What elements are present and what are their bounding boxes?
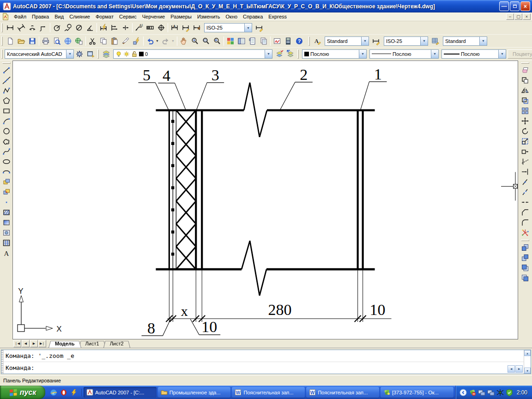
scroll-down-icon[interactable]: ▼ <box>524 368 531 374</box>
toolbar-grip[interactable] <box>521 62 529 64</box>
toolbar-grip[interactable] <box>297 49 299 59</box>
mirror-button[interactable] <box>520 85 531 96</box>
text-style-button[interactable]: A <box>312 36 323 46</box>
menu-7[interactable]: Черчение <box>139 13 168 20</box>
tool-palettes-button[interactable] <box>247 36 258 46</box>
jogged-dimension-button[interactable] <box>62 23 73 33</box>
chevron-down-icon[interactable]: ▼ <box>265 50 272 58</box>
toolbar-grip[interactable] <box>97 49 99 59</box>
ellipse-arc-button[interactable] <box>1 167 12 177</box>
copy-objects-button[interactable] <box>520 75 531 85</box>
draworder-above-button[interactable] <box>520 263 531 273</box>
tab-last-button[interactable]: ▶❘ <box>38 340 46 347</box>
tab-Лист1[interactable]: Лист1 <box>79 340 106 348</box>
chevron-down-icon[interactable]: ▼ <box>359 50 366 58</box>
chevron-down-icon[interactable]: ▼ <box>244 24 252 32</box>
layer-thaw-sun-icon[interactable] <box>123 51 130 57</box>
break-button[interactable] <box>520 187 531 197</box>
rectangle-button[interactable] <box>1 106 12 116</box>
center-mark-button[interactable] <box>156 23 167 33</box>
quickcalc-button[interactable] <box>283 36 294 46</box>
offset-button[interactable] <box>520 96 531 106</box>
command-prompt-line[interactable]: Команда: <box>4 362 524 374</box>
revision-cloud-button[interactable] <box>1 136 12 146</box>
array-button[interactable] <box>520 106 531 116</box>
open-button[interactable] <box>16 36 27 46</box>
fillet-button[interactable] <box>520 218 531 228</box>
sheet-set-manager-button[interactable] <box>258 36 269 46</box>
close-button[interactable]: × <box>520 1 530 11</box>
tab-Лист2[interactable]: Лист2 <box>103 340 130 348</box>
join-button[interactable] <box>520 197 531 207</box>
menu-4[interactable]: Слияние <box>66 13 93 20</box>
chevron-down-icon[interactable]: ▼ <box>498 50 506 58</box>
scroll-right-icon[interactable]: ▶ <box>515 365 523 373</box>
chevron-down-icon[interactable]: ▼ <box>361 37 369 45</box>
zoom-previous-button[interactable] <box>212 36 223 46</box>
line-button[interactable] <box>1 65 12 75</box>
menu-1[interactable]: Файл <box>11 13 29 20</box>
explode-button[interactable] <box>520 228 531 238</box>
draworder-back-button[interactable] <box>520 253 531 263</box>
menu-12[interactable]: Express <box>266 13 290 20</box>
menu-6[interactable]: Сервис <box>116 13 139 20</box>
tab-Модель[interactable]: Модель <box>48 340 81 348</box>
toolbar-grip[interactable] <box>521 240 529 241</box>
insert-block-button[interactable] <box>1 177 12 187</box>
start-button[interactable]: пуск <box>0 386 45 399</box>
draworder-under-button[interactable] <box>520 273 531 283</box>
menu-2[interactable]: Правка <box>29 13 52 20</box>
spider-agent-icon[interactable] <box>496 389 504 396</box>
taskbar-button-4[interactable]: WПояснительная зап... <box>306 387 379 398</box>
workspace-combo[interactable]: Классический AutoCAD ▼ <box>5 49 74 59</box>
copy-button[interactable] <box>98 36 109 46</box>
chamfer-button[interactable] <box>520 207 531 218</box>
toolbar-grip[interactable] <box>1 49 3 59</box>
chevron-down-icon[interactable]: ▼ <box>431 50 438 58</box>
region-button[interactable] <box>1 228 12 238</box>
ordinate-dimension-button[interactable] <box>38 23 49 33</box>
properties-button[interactable] <box>225 36 236 46</box>
mdi-minimize-button[interactable]: – <box>506 13 514 20</box>
layer-unlock-icon[interactable] <box>131 51 138 57</box>
aligned-dimension-button[interactable] <box>16 23 27 33</box>
icq-offline-icon[interactable] <box>469 389 476 396</box>
taskbar-button-3[interactable]: WПояснительная зап... <box>232 387 305 398</box>
arc-button[interactable] <box>1 116 12 126</box>
block-editor-button[interactable] <box>131 36 142 46</box>
radius-dimension-button[interactable] <box>51 23 62 33</box>
download-master-icon[interactable] <box>70 389 78 396</box>
minimize-button[interactable]: — <box>499 1 509 11</box>
clock[interactable]: 2:00 <box>517 389 527 396</box>
circle-button[interactable] <box>1 126 12 136</box>
workspace-settings-button[interactable] <box>74 48 85 59</box>
match-properties-button[interactable] <box>120 36 131 46</box>
text-style-combo[interactable]: Standard ▼ <box>325 36 369 46</box>
menu-8[interactable]: Размеры <box>168 13 194 20</box>
zoom-realtime-button[interactable] <box>189 36 200 46</box>
menu-9[interactable]: Изменить <box>194 13 223 20</box>
network-icon-2[interactable] <box>487 389 495 396</box>
redo-dropdown[interactable]: ▼ <box>171 36 176 46</box>
layer-combo[interactable]: 0 ▼ <box>113 49 272 59</box>
chevron-down-icon[interactable]: ▼ <box>66 50 73 58</box>
hatch-button[interactable] <box>1 207 12 218</box>
trim-button[interactable] <box>520 157 531 167</box>
linear-dimension-button[interactable] <box>5 23 16 33</box>
polyline-button[interactable] <box>1 85 12 96</box>
continue-dimension-button[interactable] <box>120 23 131 33</box>
toolbar-grip[interactable] <box>308 36 310 46</box>
chevron-down-icon[interactable]: ▼ <box>420 37 428 45</box>
tolerance-button[interactable] <box>145 23 156 33</box>
toolbar-grip[interactable] <box>1 36 3 46</box>
dimension-text-edit-button[interactable]: A <box>169 23 180 33</box>
menu-3[interactable]: Вид <box>52 13 66 20</box>
rotate-button[interactable] <box>520 126 531 136</box>
spline-button[interactable] <box>1 146 12 157</box>
dimension-edit-button[interactable] <box>180 23 191 33</box>
new-button[interactable] <box>5 36 16 46</box>
ellipse-button[interactable] <box>1 157 12 167</box>
table-style-button[interactable] <box>430 36 441 46</box>
angular-dimension-button[interactable] <box>85 23 96 33</box>
move-button[interactable] <box>520 116 531 126</box>
